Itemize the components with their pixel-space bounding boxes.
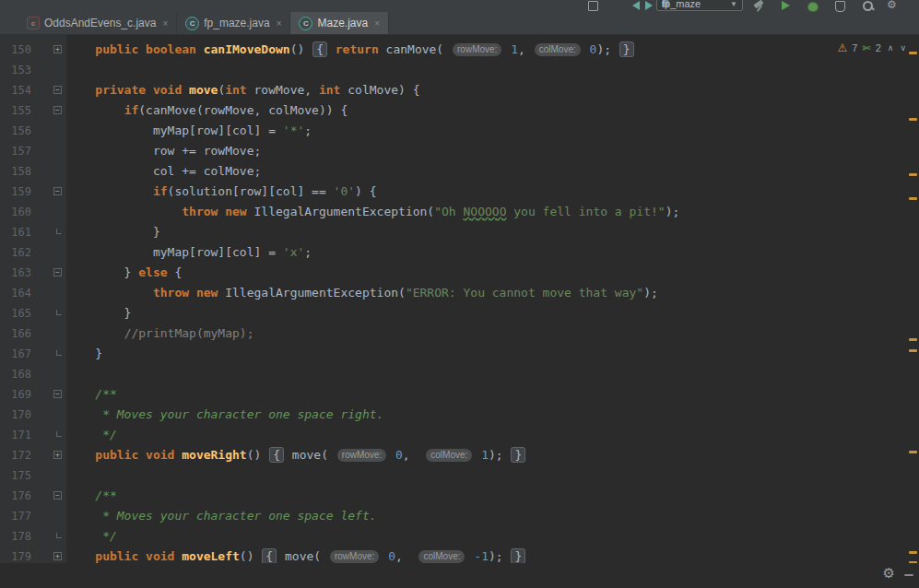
run-configuration-select[interactable]: fp_maze ▼ <box>656 0 743 11</box>
code-token: 1 <box>511 42 518 56</box>
code-line[interactable]: private void move(int rowMove, int colMo… <box>66 80 919 100</box>
code-line[interactable]: //printMap(myMap); <box>66 323 919 344</box>
run-config-label: fp_maze <box>662 0 701 9</box>
fold-marker-minus[interactable]: − <box>53 106 62 114</box>
stripe-mark[interactable] <box>909 118 917 121</box>
code-line[interactable]: } else { <box>66 263 919 283</box>
stripe-mark[interactable] <box>909 551 917 554</box>
fold-marker-end[interactable] <box>56 310 62 315</box>
code-line[interactable]: col += colMove; <box>66 161 919 182</box>
back-icon[interactable] <box>632 1 640 10</box>
code-token: move( <box>277 549 328 563</box>
code-line[interactable]: myMap[row][col] = 'x'; <box>66 242 919 263</box>
fold-marker-minus[interactable]: − <box>53 187 62 195</box>
gutter-row: 158 <box>0 161 66 182</box>
next-issue-chevron-down-icon[interactable]: ∨ <box>900 44 906 53</box>
code-line[interactable]: myMap[row][col] = '*'; <box>66 121 919 141</box>
fold-marker-plus[interactable]: + <box>53 451 62 459</box>
gutter-row: 155− <box>0 100 66 121</box>
code-token: else <box>138 265 167 279</box>
code-area[interactable]: public boolean canIMoveDown() { return c… <box>66 35 919 563</box>
stripe-mark[interactable] <box>909 173 917 176</box>
code-token <box>66 286 153 300</box>
inspections-widget[interactable]: ⚠ 7 ✄ 2 ∧ ∨ <box>838 42 906 53</box>
gutter-row: 177 <box>0 506 66 526</box>
code-line[interactable]: } <box>66 344 919 364</box>
stripe-mark[interactable] <box>909 52 917 54</box>
warning-icon: ⚠ <box>838 42 848 53</box>
component-icon[interactable] <box>588 1 598 11</box>
line-number: 160 <box>0 202 31 222</box>
code-line[interactable]: */ <box>66 526 919 547</box>
code-token: int <box>319 83 340 97</box>
code-token: ); <box>666 205 680 218</box>
stripe-mark[interactable] <box>909 197 917 200</box>
code-line[interactable]: throw new IllegalArgumentException("Oh N… <box>66 202 919 222</box>
code-token: { <box>269 447 284 463</box>
code-token: myMap[row][col] = <box>66 123 283 137</box>
stripe-mark[interactable] <box>909 451 917 453</box>
fold-marker-minus[interactable]: − <box>53 86 62 94</box>
tab-label: Maze.java <box>317 17 368 29</box>
collapse-dash-icon[interactable] <box>904 574 913 576</box>
fold-marker-end[interactable] <box>56 229 62 234</box>
run-icon[interactable] <box>782 1 790 10</box>
line-number: 154 <box>0 80 31 100</box>
line-number: 167 <box>0 344 31 364</box>
gear-icon[interactable]: ⚙ <box>883 565 895 582</box>
code-line[interactable]: row += rowMove; <box>66 141 919 161</box>
code-token <box>388 448 395 462</box>
prev-issue-chevron-up-icon[interactable]: ∧ <box>888 44 894 53</box>
tab-maze[interactable]: C Maze.java × <box>290 12 389 34</box>
code-token <box>66 184 153 198</box>
code-line[interactable]: } <box>66 303 919 323</box>
code-token: row += rowMove; <box>66 144 261 158</box>
fold-marker-minus[interactable]: − <box>53 390 62 398</box>
fold-marker-plus[interactable]: + <box>53 45 62 53</box>
tab-fp-maze[interactable]: C fp_maze.java × <box>177 12 290 34</box>
code-line[interactable] <box>66 465 919 486</box>
forward-icon[interactable] <box>645 1 653 10</box>
code-line[interactable]: * Moves your character one space right. <box>66 405 919 425</box>
fold-marker-plus[interactable]: + <box>53 552 62 560</box>
stripe-mark[interactable] <box>909 338 917 341</box>
chevron-down-icon: ▼ <box>730 0 737 8</box>
code-line[interactable] <box>66 60 919 80</box>
settings-gear-icon[interactable]: ⚙ <box>887 0 897 11</box>
fold-marker-minus[interactable]: − <box>53 491 62 500</box>
code-line[interactable]: if(solution[row][col] == '0') { <box>66 182 919 202</box>
fold-marker-end[interactable] <box>56 533 62 538</box>
coverage-icon[interactable] <box>835 1 845 12</box>
code-token: * Moves your character one space left. <box>66 509 377 523</box>
code-line[interactable] <box>66 364 919 384</box>
code-line[interactable]: */ <box>66 425 919 445</box>
class-icon: C <box>299 17 312 30</box>
debug-icon[interactable] <box>807 2 819 12</box>
code-line[interactable]: public void moveRight() { move( rowMove:… <box>66 445 919 465</box>
code-line[interactable]: * Moves your character one space left. <box>66 506 919 526</box>
code-token: private void <box>66 83 189 97</box>
line-number: 168 <box>0 364 31 384</box>
tab-oddsandevens[interactable]: c OddsAndEvens_c.java × <box>18 12 177 34</box>
code-line[interactable]: /** <box>66 384 919 405</box>
code-token: 'x' <box>283 245 304 259</box>
fold-marker-end[interactable] <box>56 350 62 356</box>
code-line[interactable]: public boolean canIMoveDown() { return c… <box>66 40 919 60</box>
code-line[interactable]: if(canMove(rowMove, colMove)) { <box>66 100 919 121</box>
code-line[interactable]: } <box>66 222 919 242</box>
stripe-mark[interactable] <box>909 349 917 352</box>
fold-marker-end[interactable] <box>56 431 62 437</box>
code-token: , <box>395 549 417 563</box>
close-icon[interactable]: × <box>374 18 380 29</box>
code-line[interactable]: throw new IllegalArgumentException("ERRO… <box>66 283 919 303</box>
close-icon[interactable]: × <box>162 18 168 29</box>
gutter-row: 156 <box>0 121 66 141</box>
c-file-icon: c <box>27 17 40 29</box>
close-icon[interactable]: × <box>277 18 282 29</box>
code-token: "Oh <box>434 205 463 218</box>
code-line[interactable]: /** <box>66 486 919 506</box>
code-token: ) { <box>355 184 376 198</box>
code-line[interactable]: public void moveLeft() { move( rowMove: … <box>66 547 919 563</box>
fold-marker-minus[interactable]: − <box>53 268 62 276</box>
code-token: IllegalArgumentException( <box>254 205 435 218</box>
